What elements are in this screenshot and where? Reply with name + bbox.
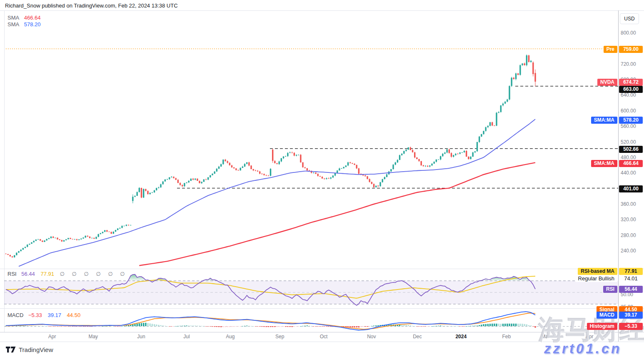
axis-tag-rsi-based-ma: RSI-based MA: [578, 268, 617, 275]
time-axis-label[interactable]: Feb: [493, 334, 520, 340]
axis-tag-value: 502.66: [619, 146, 643, 153]
tradingview-chart-page: Richard_Snow published on TradingView.co…: [0, 0, 644, 357]
price-tick: 280.00: [621, 232, 636, 238]
watermark-site: zzrt01.cn: [544, 341, 622, 357]
axis-tag-value: 578.20: [619, 117, 643, 124]
axis-tag-sma-ma: SMA:MA: [591, 160, 617, 167]
price-tick: 480.00: [621, 155, 636, 160]
axis-tag-value: 56.44: [619, 286, 643, 293]
axis-tag-value: 401.00: [619, 185, 643, 192]
time-axis-label[interactable]: Dec: [404, 334, 431, 340]
currency-selector[interactable]: USD: [620, 13, 639, 24]
axis-tag-value: 39.17: [619, 312, 643, 319]
sma-legend-row-2[interactable]: SMA 578.20: [7, 21, 41, 27]
price-tick: 320.00: [621, 217, 636, 222]
axis-tag-rsi: RSI: [603, 286, 617, 293]
price-tick: 560.00: [621, 123, 636, 129]
price-tick: 640.00: [621, 92, 636, 98]
time-axis-label[interactable]: Jul: [173, 334, 200, 340]
macd-line-value: 39.17: [47, 312, 61, 318]
sma-legend-label: SMA: [7, 21, 19, 27]
axis-tag-sma-ma: SMA:MA: [591, 117, 617, 124]
footer: TradingView: [6, 346, 53, 353]
rsi-legend[interactable]: RSI 56.44 77.91 ∅ ∅ ∅ ∅ ∅ ∅: [7, 271, 128, 277]
price-tick: 440.00: [621, 170, 636, 176]
sma-fast-value: 466.64: [24, 15, 41, 21]
time-axis-label[interactable]: Apr: [39, 334, 65, 340]
time-axis-label[interactable]: Aug: [217, 334, 244, 340]
rsi-empty-slots: ∅ ∅ ∅ ∅ ∅ ∅: [60, 271, 128, 277]
sma-legend-label: SMA: [7, 15, 19, 21]
time-axis-label[interactable]: Oct: [310, 334, 337, 340]
axis-tag-value: 674.72: [619, 79, 643, 86]
axis-tag-value: 77.91: [619, 268, 643, 275]
rsi-value: 56.44: [21, 271, 35, 277]
macd-legend[interactable]: MACD −5.33 39.17 44.50: [7, 312, 80, 318]
axis-tag-value: 759.00: [619, 46, 643, 53]
price-tick: 800.00: [621, 30, 636, 36]
chart-canvas[interactable]: [0, 0, 644, 357]
axis-tag-pre: Pre: [604, 46, 617, 53]
axis-tag-value: 466.64: [619, 160, 643, 167]
axis-tag-nvda: NVDA: [597, 79, 617, 86]
macd-hist-value: −5.33: [28, 312, 42, 318]
axis-tag-value: −5.33: [619, 323, 643, 330]
time-axis-label[interactable]: Jun: [128, 334, 155, 340]
macd-signal-value: 44.50: [67, 312, 81, 318]
rsi-ma-value: 77.91: [40, 271, 54, 277]
price-tick: 520.00: [621, 139, 636, 145]
axis-tag-value: 74.01: [619, 275, 643, 282]
sma-legend-row-1[interactable]: SMA 466.64: [7, 15, 41, 21]
axis-tag-regular-bullish: Regular Bullish: [575, 275, 617, 282]
axis-tag-histogram: Histogram: [587, 323, 617, 330]
price-tick: 720.00: [621, 61, 636, 67]
sma-slow-value: 578.20: [24, 21, 41, 27]
axis-tag-value: 663.00: [619, 86, 643, 93]
tradingview-brand: TradingView: [19, 346, 53, 353]
rsi-legend-label: RSI: [7, 271, 17, 277]
tradingview-logo-icon: [6, 347, 16, 353]
published-byline: Richard_Snow published on TradingView.co…: [5, 2, 178, 9]
price-tick: 360.00: [621, 201, 636, 207]
macd-legend-label: MACD: [7, 312, 23, 318]
axis-tag-macd: MACD: [597, 312, 617, 319]
time-axis-label[interactable]: May: [80, 334, 107, 340]
price-tick: 600.00: [621, 108, 636, 114]
time-axis-label[interactable]: Sep: [267, 334, 293, 340]
price-tick: 240.00: [621, 248, 636, 254]
time-axis-label[interactable]: Nov: [358, 334, 385, 340]
time-axis-label[interactable]: 2024: [448, 334, 474, 340]
